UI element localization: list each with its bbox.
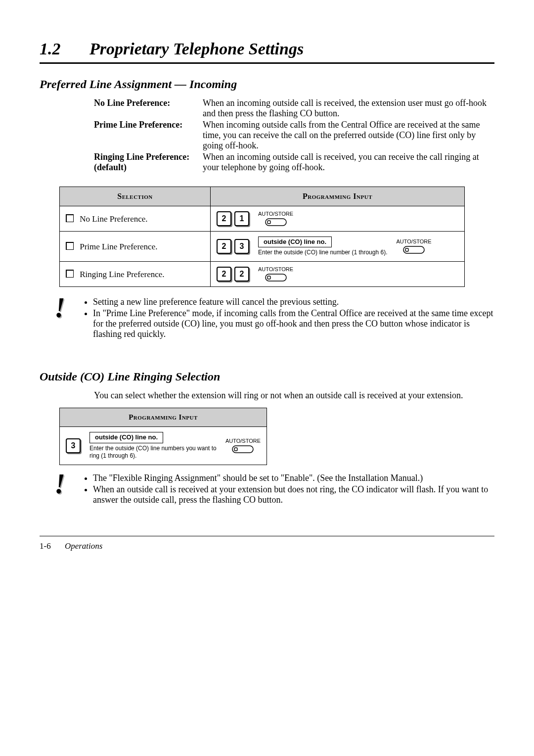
- programming-input: 2 2 AUTO/STORE: [217, 267, 458, 282]
- autostore-button: AUTO/STORE: [225, 438, 261, 453]
- section-title-preferred-line: Preferred Line Assignment — Incoming: [40, 78, 494, 91]
- svg-rect-1: [267, 221, 270, 224]
- definitions-list: No Line Preference: When an incoming out…: [94, 98, 494, 173]
- keycap-icon: 2: [234, 267, 249, 282]
- checkbox-icon: [66, 270, 74, 278]
- col-header-selection: Selection: [60, 187, 211, 206]
- selection-label: No Line Preference.: [80, 214, 147, 224]
- autostore-button: AUTO/STORE: [258, 267, 293, 282]
- checkbox-icon: [66, 214, 74, 222]
- autostore-label: AUTO/STORE: [258, 267, 293, 272]
- notes-list: The "Flexible Ringing Assignment" should…: [84, 473, 494, 506]
- autostore-label: AUTO/STORE: [225, 438, 261, 444]
- definition-label: Prime Line Preference:: [94, 120, 203, 151]
- checkbox-icon: [66, 242, 74, 250]
- autostore-button: AUTO/STORE: [258, 211, 293, 226]
- page-footer: 1-6 Operations: [40, 541, 494, 551]
- chapter-heading: 1.2 Proprietary Telephone Settings: [40, 40, 494, 58]
- note-item: Setting a new line preference feature wi…: [93, 297, 494, 307]
- definition-text: When incoming outside calls from the Cen…: [203, 120, 494, 151]
- table-row: Prime Line Preference. 2 3 outside (CO) …: [60, 232, 465, 262]
- input-field-hint: Enter the outside (CO) line number (1 th…: [258, 249, 387, 256]
- section-intro: You can select whether the extension wil…: [94, 390, 494, 401]
- note-item: The "Flexible Ringing Assignment" should…: [93, 473, 494, 483]
- definition-text: When an incoming outside call is receive…: [203, 152, 494, 173]
- exclamation-icon: !: [54, 294, 69, 340]
- selection-label: Prime Line Preference.: [80, 242, 157, 251]
- table-row: No Line Preference. 2 1 AUTO/STORE: [60, 206, 465, 232]
- programming-table-wrap: Programming Input 3 outside (CO) line no…: [59, 408, 494, 465]
- page-number: 1-6: [40, 541, 51, 551]
- section-title-ringing-selection: Outside (CO) Line Ringing Selection: [40, 370, 494, 383]
- divider: [40, 62, 494, 64]
- col-header-input: Programming Input: [211, 187, 465, 206]
- svg-rect-7: [234, 448, 237, 451]
- definition-row: Ringing Line Preference: (default) When …: [94, 152, 494, 173]
- autostore-label: AUTO/STORE: [396, 239, 431, 244]
- keycap-icon: 2: [217, 239, 231, 254]
- notes-block: ! Setting a new line preference feature …: [54, 297, 494, 340]
- programming-input: 3 outside (CO) line no. Enter the outsid…: [66, 432, 261, 459]
- selection-table-wrap: Selection Programming Input No Line Pref…: [59, 187, 494, 287]
- note-item: When an outside call is received at your…: [93, 484, 494, 505]
- definition-text: When an incoming outside call is receive…: [203, 98, 494, 119]
- chapter-title-text: Proprietary Telephone Settings: [89, 40, 304, 58]
- programming-input: 2 3 outside (CO) line no. Enter the outs…: [217, 236, 458, 256]
- input-field-hint: Enter the outside (CO) line numbers you …: [89, 445, 217, 460]
- definition-label: No Line Preference:: [94, 98, 203, 119]
- page: 1.2 Proprietary Telephone Settings Prefe…: [0, 0, 534, 571]
- input-field-title: outside (CO) line no.: [89, 432, 163, 443]
- input-field-block: outside (CO) line no. Enter the outside …: [258, 236, 387, 256]
- svg-rect-5: [267, 276, 270, 279]
- note-item: In "Prime Line Preference" mode, if inco…: [93, 308, 494, 339]
- definition-row: Prime Line Preference: When incoming out…: [94, 120, 494, 151]
- selection-label: Ringing Line Preference.: [80, 270, 164, 279]
- keycap-icon: 3: [234, 239, 249, 254]
- autostore-icon: [265, 274, 287, 282]
- input-field-block: outside (CO) line no. Enter the outside …: [89, 432, 217, 459]
- exclamation-icon: !: [54, 470, 69, 506]
- programming-input: 2 1 AUTO/STORE: [217, 211, 458, 226]
- autostore-icon: [403, 246, 425, 254]
- keycap-icon: 3: [66, 438, 81, 453]
- col-header-input: Programming Input: [60, 408, 267, 427]
- programming-table: Programming Input 3 outside (CO) line no…: [59, 408, 267, 465]
- divider: [40, 536, 494, 536]
- table-row: Ringing Line Preference. 2 2 AUTO/STORE: [60, 262, 465, 287]
- autostore-button: AUTO/STORE: [396, 239, 431, 254]
- keycap-icon: 1: [234, 211, 249, 226]
- definition-row: No Line Preference: When an incoming out…: [94, 98, 494, 119]
- definition-label: Ringing Line Preference: (default): [94, 152, 203, 173]
- footer-section: Operations: [65, 541, 103, 551]
- keycap-icon: 2: [217, 211, 231, 226]
- chapter-number: 1.2: [40, 40, 61, 58]
- keycap-icon: 2: [217, 267, 231, 282]
- table-row: 3 outside (CO) line no. Enter the outsid…: [60, 427, 267, 465]
- autostore-icon: [265, 218, 287, 226]
- autostore-label: AUTO/STORE: [258, 211, 293, 217]
- input-field-title: outside (CO) line no.: [258, 236, 332, 247]
- notes-block: ! The "Flexible Ringing Assignment" shou…: [54, 473, 494, 506]
- notes-list: Setting a new line preference feature wi…: [84, 297, 494, 340]
- selection-table: Selection Programming Input No Line Pref…: [59, 187, 465, 287]
- svg-rect-3: [405, 248, 408, 251]
- autostore-icon: [232, 445, 254, 453]
